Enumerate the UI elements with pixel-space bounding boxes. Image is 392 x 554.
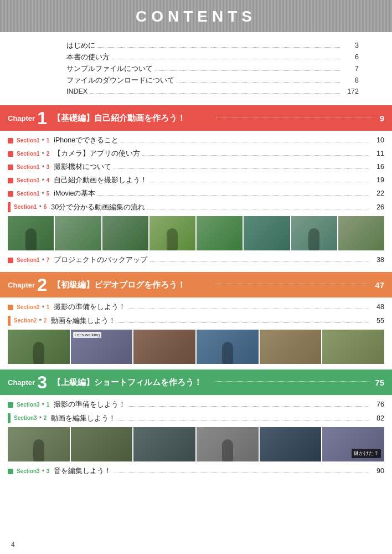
section-label-group: Section1 ＊ 2 (17, 150, 49, 158)
contents-title: CONTENTS (0, 8, 392, 25)
strip-image-6 (291, 216, 337, 250)
chapters-container: Chapter 1 【基礎編】自己紹介動画を作ろう！ 9 Section1 ＊ … (0, 105, 392, 478)
section-content: 音を編集しよう！ 90 (54, 466, 384, 476)
section-title: 撮影の準備をしよう！ (54, 302, 126, 312)
chapter-label: Chapter (8, 281, 35, 289)
section-title: 撮影の準備をしよう！ (54, 400, 126, 409)
section-num: 2 (44, 317, 47, 324)
section-label-group: Section1 ＊ 7 (17, 257, 49, 264)
strip-image-4 (197, 216, 243, 250)
section-num: 3 (47, 164, 50, 170)
section-page: 10 (371, 136, 384, 144)
section-content: 30分で分かる動画編集の流れ 26 (51, 203, 384, 212)
section-num: 6 (44, 204, 47, 210)
section-content: 自己紹介動画を撮影しよう！ 19 (54, 176, 384, 185)
toc-intro-item: 本書の使い方 6 (66, 53, 359, 62)
section-indicator (8, 151, 13, 157)
intro-item-page: 6 (342, 53, 359, 61)
section-label-group: Section1 ＊ 1 (17, 137, 49, 145)
section-badge: Section3 (17, 468, 40, 474)
section-num: 1 (47, 137, 50, 143)
intro-item-title: ファイルのダウンロードについて (66, 76, 174, 85)
section-num: 4 (47, 177, 50, 183)
contents-header: CONTENTS (0, 0, 392, 32)
section-page: 19 (371, 176, 384, 184)
chapter-header-ch3: Chapter 3 【上級編】ショートフィルムを作ろう！ 75 (0, 370, 392, 395)
section-title: 自己紹介動画を撮影しよう！ (54, 176, 147, 185)
section-item: Section1 ＊ 7 プロジェクトのバックアップ 38 (0, 254, 392, 266)
strip-image-0 (8, 330, 70, 364)
section-content: 撮影の準備をしよう！ 48 (54, 302, 384, 312)
chapter-num: 2 (37, 276, 47, 294)
section-page: 48 (371, 303, 384, 311)
page-footer-number: 4 (11, 541, 15, 548)
strip-image-2 (102, 216, 148, 250)
section-num: 1 (47, 402, 50, 408)
section-content: 撮影の準備をしよう！ 76 (54, 400, 384, 409)
strip-image-4 (260, 427, 322, 461)
section-content: プロジェクトのバックアップ 38 (54, 255, 384, 265)
section-label-group: Section2 ＊ 2 (14, 317, 47, 325)
section-content: 【カメラ】アプリの使い方 11 (54, 149, 384, 158)
section-content: 撮影機材について 16 (54, 162, 384, 172)
section-indicator (8, 305, 13, 310)
section-num: 5 (47, 191, 50, 197)
section-title: 撮影機材について (54, 162, 111, 172)
section-num: 7 (47, 257, 50, 263)
intro-item-title: INDEX (66, 88, 87, 95)
section-title: 【カメラ】アプリの使い方 (54, 149, 140, 158)
section-content: iMovieの基本 22 (54, 189, 384, 198)
section-badge: Section3 (17, 402, 40, 408)
section-item: Section1 ＊ 6 30分で分かる動画編集の流れ 26 (0, 201, 392, 214)
section-item: Section2 ＊ 1 撮影の準備をしよう！ 48 (0, 301, 392, 314)
section-label-group: Section3 ＊ 3 (17, 468, 49, 475)
section-indicator (8, 413, 11, 423)
section-badge: Section2 (14, 317, 37, 324)
chapter-ch1: Chapter 1 【基礎編】自己紹介動画を作ろう！ 9 Section1 ＊ … (0, 105, 392, 266)
section-title: 30分で分かる動画編集の流れ (51, 203, 145, 212)
page: CONTENTS はじめに 3 本書の使い方 6 サンプルファイルについて 7 … (0, 0, 392, 554)
section-badge: Section1 (17, 257, 40, 263)
strip-image-1 (55, 216, 101, 250)
chapter-page: 75 (375, 378, 384, 387)
strip-image-0 (8, 427, 70, 461)
section-num: 3 (47, 468, 50, 474)
section-page: 22 (371, 189, 384, 197)
section-title: iPhoneでできること (54, 136, 118, 145)
section-page: 76 (371, 401, 384, 408)
section-badge: Section1 (17, 177, 40, 183)
section-label-group: Section1 ＊ 6 (14, 203, 47, 211)
chapter-label: Chapter (8, 378, 35, 387)
section-item: Section1 ＊ 3 撮影機材について 16 (0, 161, 392, 173)
section-content: 動画を編集しよう！ 82 (51, 414, 384, 423)
intro-item-page: 3 (342, 42, 359, 49)
section-title: 音を編集しよう！ (54, 466, 111, 476)
section-label-group: Section1 ＊ 4 (17, 177, 49, 184)
strip-image-3 (197, 330, 259, 364)
section-badge: Section1 (17, 137, 40, 143)
section-item: Section1 ＊ 4 自己紹介動画を撮影しよう！ 19 (0, 174, 392, 187)
chapter-header-ch1: Chapter 1 【基礎編】自己紹介動画を作ろう！ 9 (0, 105, 392, 131)
strip-image-1: Let's walking (71, 330, 133, 364)
strip-image-1 (71, 427, 133, 461)
section-label-group: Section3 ＊ 2 (14, 414, 47, 422)
intro-item-title: サンプルファイルについて (66, 64, 153, 74)
strip-image-3 (149, 216, 195, 250)
section-indicator (8, 258, 13, 263)
chapter-header-ch2: Chapter 2 【初級編】ビデオブログを作ろう！ 47 (0, 272, 392, 297)
section-page: 55 (371, 317, 384, 325)
section-num: 2 (44, 415, 47, 421)
section-label-group: Section3 ＊ 1 (17, 401, 49, 409)
chapter-page: 47 (375, 280, 384, 290)
intro-item-page: 8 (342, 76, 359, 84)
section-page: 82 (371, 414, 384, 422)
toc-intro-item: ファイルのダウンロードについて 8 (66, 76, 359, 85)
section-content: 動画を編集しよう！ 55 (51, 316, 384, 326)
section-num: 2 (47, 151, 50, 157)
image-strip-ch2: Let's walking (8, 330, 384, 364)
strip-image-2 (133, 427, 195, 461)
chapter-title: 【初級編】ビデオブログを作ろう！ (53, 280, 209, 290)
strip-overlay-text: 鍵かけた？ (352, 449, 381, 458)
section-page: 11 (371, 150, 384, 157)
section-page: 16 (371, 163, 384, 171)
